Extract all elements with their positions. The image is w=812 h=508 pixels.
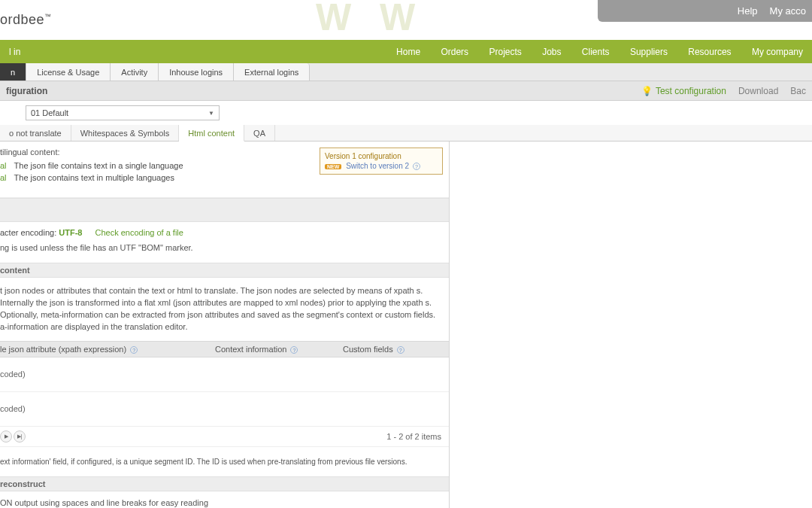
- help-link[interactable]: Help: [738, 5, 758, 17]
- radio-tag: al: [0, 161, 7, 170]
- subtab-html[interactable]: Html content: [179, 125, 244, 141]
- help-icon[interactable]: ?: [130, 346, 138, 354]
- subtab-qa[interactable]: QA: [244, 125, 275, 141]
- title-bar: figuration 💡Test configuration Download …: [0, 81, 812, 101]
- content-section-body: t json nodes or attributes that contain …: [0, 278, 449, 341]
- header-area: W W ordbee™ Help My acco: [0, 0, 812, 40]
- nav-home[interactable]: Home: [396, 47, 420, 57]
- tab-row: n License & Usage Activity Inhouse login…: [0, 63, 812, 81]
- nav-clients[interactable]: Clients: [582, 47, 610, 57]
- bg-decoration: W: [380, 0, 415, 39]
- tab-external[interactable]: External logins: [234, 63, 310, 81]
- col-xpath: le json attribute (xpath expression) ?: [0, 345, 215, 354]
- reconstruct-header: reconstruct: [0, 476, 449, 491]
- version-box: Version 1 configuration NEW Switch to ve…: [320, 148, 443, 175]
- col-context: Context information ?: [215, 345, 343, 354]
- subtab-donottranslate[interactable]: o not translate: [0, 125, 71, 141]
- my-account-link[interactable]: My acco: [770, 5, 806, 17]
- encoding-label: acter encoding:: [0, 228, 56, 237]
- switch-version-link[interactable]: Switch to version 2: [346, 162, 409, 170]
- pager-buttons: ▶ ▶|: [0, 430, 26, 443]
- help-icon[interactable]: ?: [413, 163, 420, 170]
- switch-version-row[interactable]: NEW Switch to version 2 ?: [325, 162, 438, 170]
- check-encoding-link[interactable]: Check encoding of a file: [95, 228, 183, 237]
- nav-suppliers[interactable]: Suppliers: [630, 47, 668, 57]
- bulb-icon: 💡: [641, 86, 653, 96]
- nav-orders[interactable]: Orders: [441, 47, 468, 57]
- radio-tag: al: [0, 173, 7, 182]
- download-link[interactable]: Download: [738, 86, 778, 96]
- new-badge: NEW: [325, 164, 341, 169]
- multilingual-section: tilingual content: al The json file cont…: [0, 141, 449, 198]
- chevron-down-icon: ▼: [208, 110, 214, 117]
- version-title: Version 1 configuration: [325, 152, 438, 160]
- encoding-row: acter encoding: UTF-8 Check encoding of …: [0, 222, 449, 240]
- content-section-header: content: [0, 263, 449, 278]
- logo: ordbee™: [0, 12, 52, 28]
- test-configuration-link[interactable]: 💡Test configuration: [641, 86, 726, 96]
- pager-row: ▶ ▶| 1 - 2 of 2 items: [0, 427, 449, 446]
- nav-my-company[interactable]: My company: [752, 47, 803, 57]
- radio-label: The json contains text in multiple langu…: [14, 173, 174, 182]
- radio-label: The json file contains text in a single …: [14, 161, 183, 170]
- tab-active[interactable]: n: [0, 63, 26, 81]
- nav-right: Home Orders Projects Jobs Clients Suppli…: [378, 47, 803, 57]
- gray-band-1: [0, 198, 449, 222]
- nav-left-partial: l in: [9, 47, 20, 57]
- content-main: tilingual content: al The json file cont…: [0, 141, 450, 508]
- content-wrapper: tilingual content: al The json file cont…: [0, 141, 812, 508]
- pager-text: 1 - 2 of 2 items: [386, 432, 441, 441]
- dropdown-row: 01 Default ▼: [0, 101, 812, 125]
- main-nav: l in Home Orders Projects Jobs Clients S…: [0, 40, 812, 63]
- tab-license[interactable]: License & Usage: [26, 63, 111, 81]
- top-bar: Help My acco: [598, 0, 812, 22]
- config-dropdown[interactable]: 01 Default ▼: [26, 105, 220, 120]
- table-row[interactable]: coded): [0, 357, 449, 392]
- table-header: le json attribute (xpath expression) ? C…: [0, 341, 449, 357]
- page-title: figuration: [6, 86, 47, 96]
- subtab-whitespace[interactable]: Whitespaces & Symbols: [71, 125, 180, 141]
- pager-next-icon[interactable]: ▶: [0, 430, 12, 443]
- encoding-desc: ng is used unless the file has an UTF "B…: [0, 243, 449, 252]
- col-custom: Custom fields ?: [343, 345, 449, 354]
- pager-last-icon[interactable]: ▶|: [14, 430, 26, 443]
- context-note: ext information' field, if configured, i…: [0, 446, 449, 476]
- nav-jobs[interactable]: Jobs: [542, 47, 561, 57]
- tab-activity[interactable]: Activity: [111, 63, 159, 81]
- back-link[interactable]: Bac: [790, 86, 806, 96]
- cell-xpath: coded): [0, 370, 26, 379]
- nav-resources[interactable]: Resources: [688, 47, 731, 57]
- encoding-value: UTF-8: [59, 228, 82, 237]
- reconstruct-body: ON output using spaces and line breaks f…: [0, 491, 449, 508]
- bg-decoration: W: [316, 0, 351, 39]
- dropdown-value: 01 Default: [31, 108, 68, 117]
- help-icon[interactable]: ?: [397, 346, 404, 354]
- table-row[interactable]: coded): [0, 392, 449, 427]
- cell-xpath: coded): [0, 404, 26, 413]
- help-icon[interactable]: ?: [290, 346, 298, 354]
- tab-inhouse[interactable]: Inhouse logins: [159, 63, 234, 81]
- nav-projects[interactable]: Projects: [489, 47, 521, 57]
- subtab-row: o not translate Whitespaces & Symbols Ht…: [0, 125, 812, 141]
